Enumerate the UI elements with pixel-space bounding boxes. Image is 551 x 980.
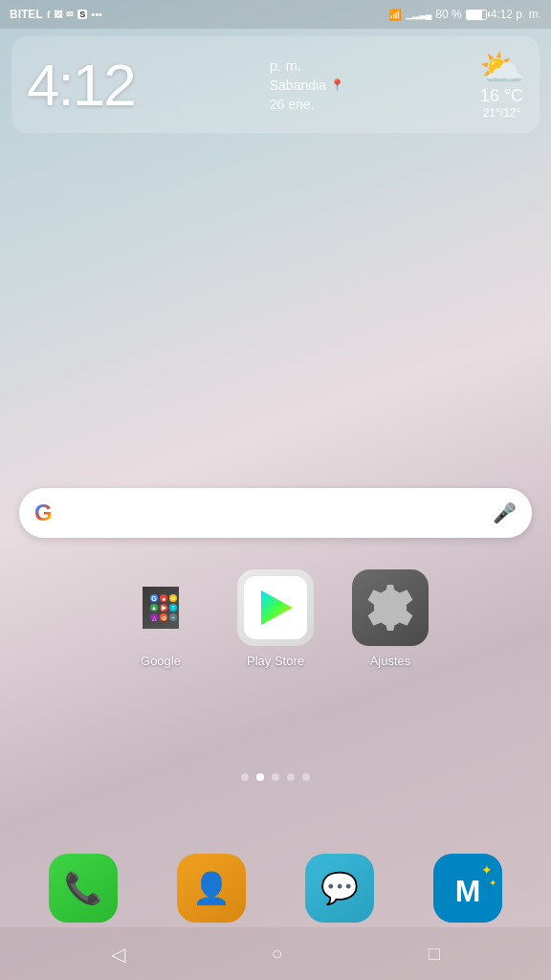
messages-icon[interactable]: 💬 [305, 854, 374, 923]
page-dot-4[interactable] [287, 773, 295, 781]
page-dot-2[interactable] [256, 773, 264, 781]
status-right: 📶 ▁▂▃▄ 80 % 4:12 p. m. [388, 8, 541, 21]
page-dot-5[interactable] [302, 773, 310, 781]
back-button[interactable]: ◁ [111, 943, 125, 966]
search-bar-container[interactable]: G 🎤 [19, 488, 532, 538]
mini-translate: T [169, 604, 177, 612]
clock-details: p. m. Sabandia 📍 26 ene. [270, 57, 344, 112]
s-icon: S [77, 10, 87, 19]
svg-marker-0 [261, 590, 293, 625]
movistar-icon[interactable]: M ✦ ✦ [433, 854, 502, 923]
dock-item-phone[interactable]: 📞 [49, 854, 118, 923]
app-label-play-store: Play Store [247, 654, 304, 668]
svg-text:M: M [455, 874, 481, 908]
messages-symbol: 💬 [320, 870, 359, 906]
weather-widget: ⛅ 16 °C 21°/12° [479, 50, 524, 120]
mini-google: G [150, 594, 158, 602]
mic-icon[interactable]: 🎤 [493, 501, 517, 524]
dock-item-messages[interactable]: 💬 [305, 854, 374, 923]
settings-icon[interactable] [352, 569, 429, 646]
mini-yt: ▶ [160, 604, 167, 612]
clock-time: 4:12 [27, 56, 135, 115]
clock-location: Sabandia 📍 [270, 78, 344, 93]
fb-icon: f [47, 9, 51, 20]
carrier-label: BITEL [10, 8, 43, 21]
msg-icon: ✉ [66, 10, 74, 19]
mini-other: + [169, 613, 177, 621]
phone-symbol: 📞 [64, 870, 102, 906]
location-name: Sabandia [270, 78, 326, 93]
google-folder-inner: G ● M ▲ ▶ T △ ✿ + [143, 587, 179, 629]
status-left: BITEL f 🖼 ✉ S ••• [10, 8, 102, 21]
phone-icon[interactable]: 📞 [49, 854, 118, 923]
signal-status-icon: ▁▂▃▄ [406, 10, 431, 19]
page-indicators [0, 773, 551, 781]
page-dot-1[interactable] [241, 773, 249, 781]
svg-text:✦: ✦ [489, 878, 496, 888]
weather-temp: 16 °C [480, 86, 523, 106]
weather-icon: ⛅ [479, 50, 524, 86]
app-label-settings: Ajustes [370, 654, 411, 668]
google-folder-icon[interactable]: G ● M ▲ ▶ T △ ✿ + [122, 569, 199, 646]
app-label-google: Google [141, 654, 181, 668]
battery-percent: 80 % [435, 8, 461, 21]
home-button[interactable]: ○ [271, 943, 282, 965]
app-item-google[interactable]: G ● M ▲ ▶ T △ ✿ + Google [122, 569, 199, 668]
more-icon: ••• [91, 9, 102, 20]
settings-gear-icon [367, 585, 413, 631]
clock-widget: 4:12 p. m. Sabandia 📍 26 ene. ⛅ 16 °C 21… [11, 36, 540, 133]
nav-bar: ◁ ○ □ [0, 927, 551, 980]
mini-gmail: M [169, 594, 177, 602]
svg-text:✦: ✦ [481, 862, 493, 878]
movistar-logo: M ✦ ✦ [433, 854, 502, 923]
play-store-icon[interactable] [237, 569, 314, 646]
recent-button[interactable]: □ [429, 943, 440, 965]
contacts-icon[interactable]: 👤 [177, 854, 246, 923]
mini-drive: △ [150, 613, 158, 621]
weather-range: 21°/12° [483, 106, 521, 120]
page-dot-3[interactable] [272, 773, 279, 781]
dock: 📞 👤 💬 M ✦ ✦ [0, 854, 551, 923]
battery-fill [467, 11, 482, 19]
time-status: 4:12 p. m. [491, 8, 541, 21]
mini-photos: ✿ [160, 613, 167, 621]
dock-item-contacts[interactable]: 👤 [177, 854, 246, 923]
status-bar: BITEL f 🖼 ✉ S ••• 📶 ▁▂▃▄ 80 % 4:12 p. m. [0, 0, 551, 29]
apps-grid: G ● M ▲ ▶ T △ ✿ + Google [0, 569, 551, 668]
app-item-play-store[interactable]: Play Store [237, 569, 314, 668]
battery-icon [466, 10, 487, 20]
search-bar[interactable]: G 🎤 [19, 488, 532, 538]
clock-ampm: p. m. [270, 57, 344, 74]
dock-item-movistar[interactable]: M ✦ ✦ [433, 854, 502, 923]
clock-date: 26 ene. [270, 97, 344, 112]
mini-chrome: ● [160, 594, 167, 602]
location-pin-icon: 📍 [330, 78, 344, 92]
mini-maps: ▲ [150, 604, 158, 612]
gallery-icon: 🖼 [54, 10, 62, 19]
wifi-status-icon: 📶 [388, 9, 402, 21]
play-store-logo [256, 589, 295, 627]
contacts-symbol: 👤 [192, 870, 231, 906]
app-item-settings[interactable]: Ajustes [352, 569, 429, 668]
google-g-logo: G [34, 500, 53, 526]
